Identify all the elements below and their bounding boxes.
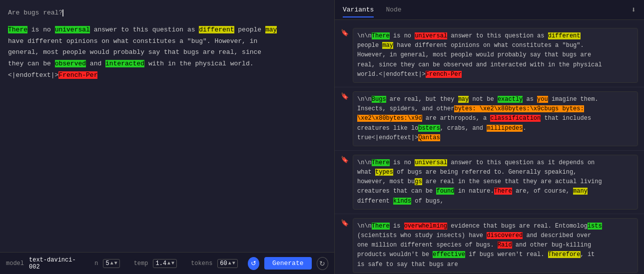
temp-label: temp: [134, 260, 148, 267]
variants-list: 🔖\n\nThere is no universal answer to thi…: [335, 20, 644, 274]
variant-text-1: \n\nBugs are real, but they may not be e…: [353, 91, 638, 146]
variant-item-0: 🔖\n\nThere is no universal answer to thi…: [335, 24, 644, 87]
variant-item-3: 🔖\n\nThere is overwhelming evidence that…: [335, 214, 644, 274]
tokens-label: tokens: [191, 260, 212, 267]
model-value: text-davinci-002: [29, 257, 80, 271]
bookmark-icon-0[interactable]: 🔖: [341, 28, 349, 37]
model-label: model: [6, 260, 24, 267]
toolbar: model text-davinci-002 n 5 ▲ ▼ temp 1.4 …: [0, 252, 334, 274]
n-label: n: [94, 260, 98, 267]
prompt-text: Are bugs real?: [8, 9, 62, 16]
temp-value: 1.4: [155, 260, 166, 267]
variant-text-0: \n\nThere is no universal answer to this…: [353, 28, 638, 83]
bookmark-icon-2[interactable]: 🔖: [341, 155, 349, 164]
temp-down-btn[interactable]: ▼: [171, 261, 174, 266]
variant-text-3: \n\nThere is overwhelming evidence that …: [353, 218, 638, 273]
n-down-btn[interactable]: ▼: [114, 261, 117, 266]
n-up-btn[interactable]: ▲: [110, 261, 113, 266]
tokens-down-btn[interactable]: ▼: [232, 261, 235, 266]
main-container: Are bugs real? There is no universal ans…: [0, 0, 644, 274]
left-panel: Are bugs real? There is no universal ans…: [0, 0, 335, 274]
tokens-up-btn[interactable]: ▲: [228, 261, 231, 266]
tab-variants[interactable]: Variants: [343, 2, 374, 17]
variant-item-1: 🔖\n\nBugs are real, but they may not be …: [335, 87, 644, 151]
n-spinner[interactable]: 5 ▲ ▼: [103, 259, 119, 268]
editor-area: Are bugs real? There is no universal ans…: [0, 0, 334, 252]
prompt-line: Are bugs real?: [8, 8, 326, 18]
bookmark-icon-1[interactable]: 🔖: [341, 91, 349, 100]
temp-spinner[interactable]: 1.4 ▲ ▼: [153, 259, 177, 268]
tabs-left: Variants Node: [343, 2, 402, 17]
tab-node[interactable]: Node: [386, 2, 401, 17]
generate-button[interactable]: Generate: [264, 257, 311, 270]
tabs-header: Variants Node ⬇: [335, 0, 644, 20]
tokens-spinner[interactable]: 60 ▲ ▼: [217, 259, 237, 268]
bookmark-icon-3[interactable]: 🔖: [341, 218, 349, 227]
temp-up-btn[interactable]: ▲: [167, 261, 170, 266]
download-icon[interactable]: ⬇: [631, 5, 636, 15]
n-value: 5: [105, 260, 109, 267]
blue-circle-btn[interactable]: ↺: [248, 257, 259, 270]
output-text: There is no universal answer to this que…: [8, 24, 326, 81]
cursor-icon: [62, 9, 63, 16]
tokens-value: 60: [220, 260, 227, 267]
right-panel: Variants Node ⬇ 🔖\n\nThere is no univers…: [335, 0, 644, 274]
variant-item-2: 🔖\n\nThere is no universal answer to thi…: [335, 151, 644, 214]
refresh-button[interactable]: ↻: [317, 257, 329, 270]
variant-text-2: \n\nThere is no universal answer to this…: [353, 155, 638, 210]
